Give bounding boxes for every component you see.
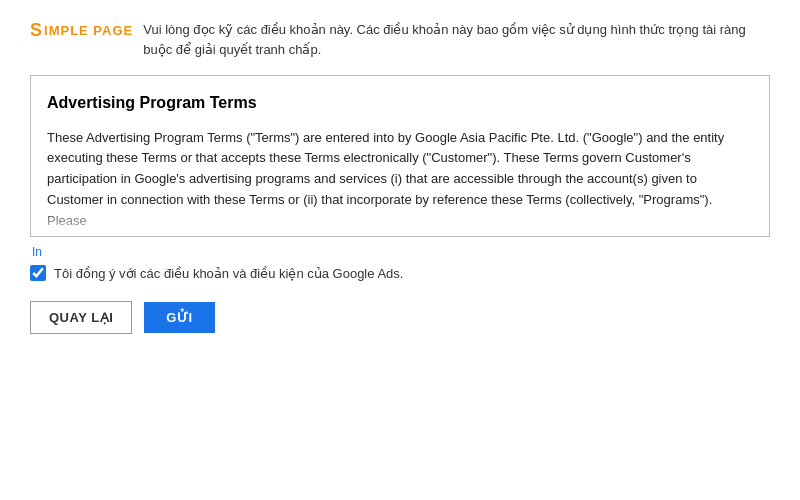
button-row: QUAY LẠI GỬI [30, 301, 770, 334]
in-label: In [30, 245, 770, 259]
terms-text: These Advertising Program Terms ("Terms"… [47, 128, 753, 232]
header-description: Vui lòng đọc kỹ các điều khoản này. Các … [143, 20, 770, 59]
logo-icon: S [30, 20, 42, 41]
checkbox-row: Tôi đồng ý với các điều khoản và điều ki… [30, 265, 770, 281]
header: S IMPLE PAGE Vui lòng đọc kỹ các điều kh… [30, 20, 770, 59]
terms-title: Advertising Program Terms [47, 90, 753, 116]
back-button[interactable]: QUAY LẠI [30, 301, 132, 334]
logo-text: IMPLE PAGE [44, 23, 133, 38]
agree-checkbox[interactable] [30, 265, 46, 281]
checkbox-label: Tôi đồng ý với các điều khoản và điều ki… [54, 266, 403, 281]
page-container: S IMPLE PAGE Vui lòng đọc kỹ các điều kh… [0, 0, 800, 500]
terms-box-container: Advertising Program Terms These Advertis… [30, 75, 770, 237]
terms-scroll-area[interactable]: Advertising Program Terms These Advertis… [31, 76, 769, 236]
logo: S IMPLE PAGE [30, 20, 133, 41]
submit-button[interactable]: GỬI [144, 302, 214, 333]
